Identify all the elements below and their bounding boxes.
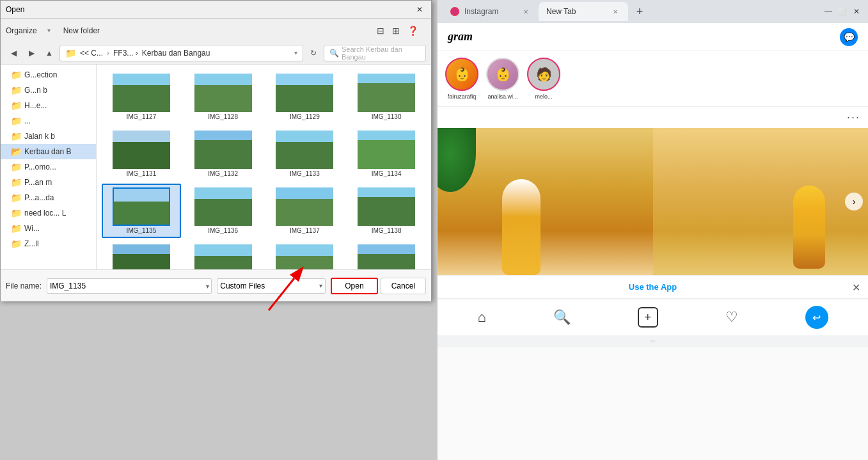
sidebar-item-5[interactable]: 📁 P...omo... (1, 159, 96, 175)
file-item-1128[interactable]: IMG_1128 (184, 70, 263, 124)
sidebar-item-4[interactable]: 📁 Jalan k b (1, 129, 96, 144)
story-item-1[interactable]: 👶 fairuzarafiq (445, 58, 478, 100)
back-button[interactable]: ◀ (6, 45, 21, 61)
resize-handle[interactable]: ═ (438, 335, 868, 347)
instagram-panel: gram 💬 👶 fairuzarafiq 👶 analisa.wi... (438, 23, 868, 460)
file-grid-container[interactable]: IMG_1127 IMG_1128 IMG_1129 IMG_1130 (97, 65, 431, 269)
refresh-button[interactable]: ↻ (306, 45, 321, 61)
file-name: IMG_1128 (208, 113, 238, 120)
file-name: IMG_1132 (208, 170, 238, 177)
tab-instagram-label: Instagram (464, 7, 498, 16)
search-placeholder: Search Kerbau dan Bangau (342, 45, 420, 61)
instagram-header: gram 💬 (438, 23, 868, 51)
file-item-1129[interactable]: IMG_1129 (265, 70, 345, 124)
tab-newtab-label: New Tab (546, 7, 576, 16)
sidebar-item-8[interactable]: 📁 need loc... L (1, 205, 96, 221)
filename-input[interactable] (47, 278, 212, 294)
forward-button[interactable]: ▶ (24, 45, 39, 61)
next-post-button[interactable]: › (845, 193, 863, 210)
sidebar-item-1[interactable]: 📁 G...n b (1, 83, 96, 98)
file-thumbnail (276, 131, 333, 169)
file-item-1134[interactable]: IMG_1134 (347, 127, 426, 181)
sidebar-item-7[interactable]: 📁 P...a...da (1, 190, 96, 205)
dialog-close-button[interactable]: ✕ (413, 3, 426, 16)
chrome-window: Instagram ✕ New Tab ✕ + — ⬜ ✕ ◀ ▶ ↻ ⌂ 10… (437, 0, 868, 460)
file-item-1132[interactable]: IMG_1132 (184, 127, 263, 181)
post-options: ··· (438, 107, 868, 128)
tab-instagram[interactable]: Instagram ✕ (443, 2, 539, 21)
sidebar-item-3[interactable]: 📁 ... (1, 113, 96, 129)
post-menu-icon[interactable]: ··· (847, 111, 860, 124)
folder-icon: 📁 (11, 162, 22, 172)
file-item-1141[interactable] (265, 241, 345, 269)
story-item-2[interactable]: 👶 analisa.wi... (486, 58, 519, 100)
file-item-1137[interactable]: IMG_1137 (265, 184, 345, 238)
filename-dropdown-arrow[interactable]: ▾ (206, 282, 209, 289)
new-folder-button[interactable]: New folder (56, 24, 107, 38)
sidebar-item-10[interactable]: 📁 Z...ll (1, 236, 96, 251)
file-item-1135[interactable]: IMG_1135 (102, 184, 181, 238)
add-nav-button[interactable]: + (638, 307, 658, 328)
address-bar-dropdown[interactable]: ▾ (294, 49, 297, 56)
file-name: IMG_1129 (290, 113, 320, 120)
sidebar-item-9[interactable]: 📁 Wi... (1, 221, 96, 236)
filetype-dropdown-arrow[interactable]: ▾ (319, 282, 322, 289)
heart-nav-button[interactable]: ♡ (725, 309, 738, 326)
file-item-1130[interactable]: IMG_1130 (347, 70, 426, 124)
use-the-app-banner[interactable]: Use the App ✕ (438, 275, 868, 299)
view-help-icon[interactable]: ❓ (405, 23, 421, 38)
file-item-1131[interactable]: IMG_1131 (102, 127, 181, 181)
sidebar-item-kerbau[interactable]: 📂 Kerbau dan B (1, 144, 96, 159)
folder-icon-open: 📂 (11, 147, 22, 157)
up-button[interactable]: ▲ (42, 45, 57, 61)
file-item-1140[interactable] (184, 241, 263, 269)
story-avatar-2: 👶 (486, 58, 519, 91)
open-button[interactable]: Open (331, 278, 377, 294)
file-thumbnail (276, 244, 333, 269)
close-window-button[interactable]: ✕ (850, 5, 863, 18)
organize-button[interactable]: Organize (1, 24, 42, 38)
folder-icon: 📁 (11, 100, 22, 111)
file-item-1142[interactable] (347, 241, 426, 269)
sidebar-item-6[interactable]: 📁 P...an m (1, 175, 96, 190)
profile-nav-button[interactable]: ↩ (805, 306, 828, 329)
search-box[interactable]: 🔍 Search Kerbau dan Bangau (324, 45, 426, 61)
file-thumbnail (113, 131, 170, 169)
sidebar-item-0[interactable]: 📁 G...ection (1, 67, 96, 83)
cancel-button[interactable]: Cancel (381, 278, 426, 294)
use-app-close-button[interactable]: ✕ (852, 281, 860, 293)
tab-newtab[interactable]: New Tab ✕ (539, 2, 628, 21)
dialog-title: Open (6, 5, 24, 14)
story-avatar-image-3: 🧑 (536, 67, 552, 82)
messenger-button[interactable]: 💬 (840, 28, 858, 46)
address-bar[interactable]: 📁 << C... › FF3... › Kerbau dan Bangau ▾ (59, 45, 303, 61)
stories-row: 👶 fairuzarafiq 👶 analisa.wi... 🧑 melo... (438, 51, 868, 107)
view-grid-icon[interactable]: ⊞ (390, 23, 402, 38)
tab-instagram-close[interactable]: ✕ (521, 6, 531, 17)
search-nav-button[interactable]: 🔍 (553, 309, 571, 326)
plant-decoration (438, 128, 476, 192)
minimize-button[interactable]: — (822, 5, 835, 18)
folder-icon: 📁 (11, 177, 22, 187)
post-left-panel (438, 128, 653, 275)
maximize-button[interactable]: ⬜ (836, 5, 849, 18)
filetype-value: Custom Files (220, 282, 265, 290)
tab-bar: Instagram ✕ New Tab ✕ + — ⬜ ✕ (438, 0, 868, 23)
new-tab-button[interactable]: + (631, 3, 649, 20)
folder-icon: 📁 (11, 85, 22, 95)
tab-newtab-close[interactable]: ✕ (610, 6, 620, 17)
file-open-dialog-overlay: Open ✕ Organize ▾ New folder ⊟ ⊞ ❓ ◀ ▶ ▲… (0, 0, 437, 460)
file-item-1136[interactable]: IMG_1136 (184, 184, 263, 238)
home-nav-button[interactable]: ⌂ (477, 309, 485, 326)
file-thumbnail (113, 244, 170, 269)
story-item-3[interactable]: 🧑 melo... (527, 58, 560, 100)
sidebar-item-2[interactable]: 📁 H...e... (1, 98, 96, 113)
file-item-1133[interactable]: IMG_1133 (265, 127, 345, 181)
file-thumbnail (194, 74, 252, 112)
view-icon[interactable]: ⊟ (374, 23, 387, 38)
folder-icon: 📁 (65, 48, 76, 58)
filetype-selector[interactable]: Custom Files ▾ (217, 278, 326, 294)
file-item-1127[interactable]: IMG_1127 (102, 70, 181, 124)
file-item-1139[interactable] (102, 241, 181, 269)
file-item-1138[interactable]: IMG_1138 (347, 184, 426, 238)
